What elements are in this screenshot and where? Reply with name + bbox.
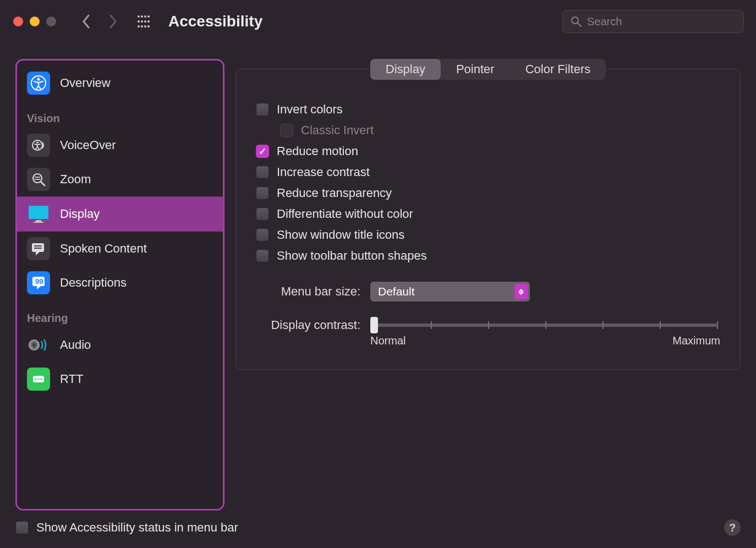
forward-button[interactable] xyxy=(103,12,122,31)
checkbox-label: Invert colors xyxy=(277,102,343,117)
menu-bar-size-label: Menu bar size: xyxy=(256,284,360,299)
tab-bar: Display Pointer Color Filters xyxy=(370,59,606,80)
differentiate-row[interactable]: Differentiate without color xyxy=(256,204,720,224)
close-window-button[interactable] xyxy=(13,17,23,26)
svg-point-2 xyxy=(144,15,146,18)
search-field[interactable] xyxy=(562,10,744,33)
svg-rect-23 xyxy=(36,220,41,222)
window-title: Accessibility xyxy=(168,13,262,30)
tab-pointer[interactable]: Pointer xyxy=(441,59,510,80)
sidebar-item-voiceover[interactable]: VoiceOver xyxy=(17,128,223,162)
back-button[interactable] xyxy=(77,12,96,31)
main-content: Display Pointer Color Filters Invert col… xyxy=(235,59,741,511)
increase-contrast-checkbox[interactable] xyxy=(256,166,269,179)
checkbox-label: Increase contrast xyxy=(277,165,370,179)
spoken-content-icon xyxy=(27,237,50,260)
svg-point-15 xyxy=(37,78,40,81)
show-all-button[interactable] xyxy=(134,12,153,31)
select-stepper-icon xyxy=(514,284,528,299)
title-icons-checkbox[interactable] xyxy=(256,228,269,242)
sidebar-item-label: Zoom xyxy=(60,172,91,187)
svg-point-32 xyxy=(32,343,36,347)
zoom-icon xyxy=(27,168,50,191)
sidebar: Overview Vision VoiceOver Zoom Displa xyxy=(15,59,224,511)
search-icon xyxy=(571,16,582,27)
sidebar-item-label: Display xyxy=(60,207,100,221)
svg-point-3 xyxy=(147,15,150,18)
svg-point-5 xyxy=(141,20,143,23)
menu-bar-size-row: Menu bar size: Default xyxy=(256,282,720,302)
sidebar-item-label: Overview xyxy=(60,76,111,90)
reduce-transparency-row[interactable]: Reduce transparency xyxy=(256,183,720,204)
svg-text:99: 99 xyxy=(35,277,43,286)
sidebar-item-display[interactable]: Display xyxy=(17,196,223,232)
checkbox-label: Reduce motion xyxy=(277,144,358,158)
increase-contrast-row[interactable]: Increase contrast xyxy=(256,162,720,183)
search-input[interactable] xyxy=(587,15,736,28)
invert-colors-checkbox[interactable] xyxy=(256,103,269,116)
select-value: Default xyxy=(378,285,415,298)
reduce-transparency-checkbox[interactable] xyxy=(256,187,269,200)
svg-point-4 xyxy=(138,20,140,23)
slider-thumb[interactable] xyxy=(370,317,378,333)
svg-point-9 xyxy=(141,25,143,28)
svg-rect-22 xyxy=(29,206,48,219)
sidebar-section-vision: Vision xyxy=(17,100,223,128)
menu-bar-size-select[interactable]: Default xyxy=(370,282,530,302)
checkbox-label: Classic Invert xyxy=(301,123,374,138)
display-contrast-slider[interactable] xyxy=(374,324,717,327)
sidebar-item-zoom[interactable]: Zoom xyxy=(17,162,223,196)
accessibility-icon xyxy=(27,72,50,95)
sidebar-item-label: Descriptions xyxy=(60,276,127,290)
sidebar-item-overview[interactable]: Overview xyxy=(17,66,223,100)
sidebar-item-label: RTT xyxy=(60,372,83,386)
classic-invert-checkbox xyxy=(280,124,293,137)
svg-point-17 xyxy=(36,141,39,144)
zoom-window-button[interactable] xyxy=(46,17,56,26)
rtt-icon xyxy=(27,368,50,391)
differentiate-checkbox[interactable] xyxy=(256,207,269,221)
svg-point-0 xyxy=(138,15,140,18)
svg-point-7 xyxy=(147,20,150,23)
descriptions-icon: 99 xyxy=(27,271,50,294)
display-panel: Invert colors Classic Invert Reduce moti… xyxy=(235,69,741,370)
tab-color-filters[interactable]: Color Filters xyxy=(510,59,606,80)
toolbar-shapes-checkbox[interactable] xyxy=(256,249,269,262)
svg-line-19 xyxy=(41,182,45,185)
svg-point-34 xyxy=(35,379,37,380)
reduce-motion-row[interactable]: Reduce motion xyxy=(256,141,720,162)
display-icon xyxy=(27,202,50,226)
toolbar: Accessibility xyxy=(0,0,756,43)
svg-point-10 xyxy=(144,25,146,28)
checkbox-label: Reduce transparency xyxy=(277,186,392,200)
reduce-motion-checkbox[interactable] xyxy=(256,145,269,158)
svg-point-8 xyxy=(138,25,140,28)
invert-colors-row[interactable]: Invert colors xyxy=(256,99,720,120)
minimize-window-button[interactable] xyxy=(30,17,40,26)
display-contrast-row: Display contrast: xyxy=(256,318,720,347)
title-icons-row[interactable]: Show window title icons xyxy=(256,224,720,245)
sidebar-item-label: Audio xyxy=(60,338,91,352)
footer: Show Accessibility status in menu bar ? xyxy=(0,511,756,548)
status-in-menubar-label: Show Accessibility status in menu bar xyxy=(36,520,238,535)
sidebar-item-descriptions[interactable]: 99 Descriptions xyxy=(17,266,223,300)
sidebar-item-spoken-content[interactable]: Spoken Content xyxy=(17,232,223,266)
sidebar-item-rtt[interactable]: RTT xyxy=(17,362,223,396)
status-in-menubar-checkbox[interactable] xyxy=(15,521,29,534)
svg-point-36 xyxy=(41,379,42,380)
svg-point-11 xyxy=(147,25,150,28)
sidebar-item-audio[interactable]: Audio xyxy=(17,328,223,362)
checkbox-label: Show toolbar button shapes xyxy=(277,249,427,263)
window-controls xyxy=(13,17,56,26)
svg-rect-24 xyxy=(34,222,43,223)
tab-display[interactable]: Display xyxy=(370,59,441,80)
help-button[interactable]: ? xyxy=(724,519,741,536)
display-contrast-label: Display contrast: xyxy=(256,318,360,332)
voiceover-icon xyxy=(27,134,50,157)
checkbox-label: Differentiate without color xyxy=(277,207,413,221)
toolbar-shapes-row[interactable]: Show toolbar button shapes xyxy=(256,245,720,266)
slider-min-label: Normal xyxy=(370,335,406,347)
sidebar-item-label: VoiceOver xyxy=(60,138,116,152)
svg-point-6 xyxy=(144,20,146,23)
svg-point-1 xyxy=(141,15,143,18)
